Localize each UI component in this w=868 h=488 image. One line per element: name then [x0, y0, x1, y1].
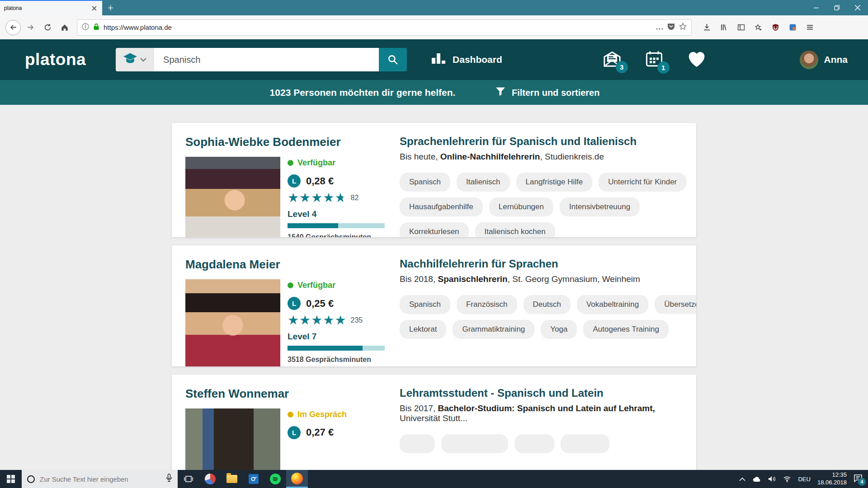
coin-icon: L — [288, 426, 301, 439]
new-tab-button[interactable] — [102, 0, 118, 15]
user-menu[interactable]: Anna — [800, 51, 848, 69]
star-icon: ★ — [311, 192, 323, 204]
tutor-name[interactable]: Steffen Wonnemar — [185, 387, 390, 401]
tray-chevron-up-icon[interactable] — [739, 477, 745, 481]
price-row: L 0,27 € — [288, 426, 347, 439]
tag-pill: Spanisch — [400, 295, 450, 314]
tutor-headline[interactable]: Lehramtsstudent - Spanisch und Latein — [400, 387, 683, 399]
rating-count: 235 — [351, 316, 363, 324]
price-value: 0,28 € — [306, 175, 334, 187]
page-actions-icon[interactable] — [656, 23, 663, 32]
filter-sort-button[interactable]: Filtern und sortieren — [495, 86, 599, 99]
action-center-button[interactable]: 4 — [854, 474, 863, 484]
site-header: platona Dashboard 3 — [0, 39, 868, 80]
minimize-button[interactable] — [806, 0, 826, 15]
tutor-photo[interactable] — [185, 157, 280, 237]
tutor-headline[interactable]: Nachhilfelehrerin für Sprachen — [400, 258, 696, 270]
firefox-icon — [291, 473, 303, 484]
status-indicator: Im Gespräch — [288, 410, 347, 419]
tutor-name[interactable]: Magdalena Meier — [185, 258, 390, 272]
tutor-photo[interactable] — [185, 279, 280, 366]
ublock-icon[interactable] — [768, 20, 783, 35]
forward-button[interactable] — [23, 20, 38, 35]
task-view-button[interactable] — [178, 470, 199, 488]
search-group — [116, 48, 407, 71]
site-info-icon[interactable] — [82, 23, 89, 32]
reload-button[interactable] — [40, 20, 55, 35]
calendar-button[interactable]: 1 — [645, 50, 663, 69]
user-name: Anna — [824, 54, 848, 65]
restore-button[interactable] — [826, 0, 847, 15]
back-button[interactable] — [5, 20, 21, 35]
tag-pill: Intensivbetreuung — [560, 197, 640, 216]
url-bar[interactable]: https://www.platona.de — [77, 19, 692, 36]
messages-button[interactable]: 3 — [603, 51, 622, 69]
tag-pill — [441, 434, 508, 453]
star-icon: ★ — [299, 192, 311, 204]
tag-pill: Italienisch — [457, 173, 510, 192]
tag-pill: Französisch — [457, 295, 517, 314]
windows-taskbar: DEU 12:35 18.06.2018 4 — [0, 470, 868, 488]
star-icon: ★ — [288, 314, 299, 327]
start-button[interactable] — [0, 470, 22, 488]
screenshot-star-icon[interactable] — [750, 20, 766, 35]
taskbar-clock[interactable]: 12:35 18.06.2018 — [817, 471, 847, 487]
downloads-icon[interactable] — [699, 20, 714, 35]
tag-pill: Grammatiktraining — [453, 320, 534, 339]
graduation-cap-icon — [123, 53, 137, 66]
browser-tab[interactable]: platona — [0, 0, 102, 15]
microphone-icon[interactable] — [166, 474, 172, 484]
extension-icon[interactable] — [785, 20, 800, 35]
tag-pill: Langfristige Hilfe — [516, 173, 593, 192]
tag-pill: Hausaufgabenhilfe — [400, 197, 483, 216]
close-button[interactable] — [847, 0, 868, 15]
home-button[interactable] — [57, 20, 72, 35]
tag-pill — [514, 434, 554, 453]
tag-pill: Yoga — [541, 320, 577, 339]
taskbar-app-spotify[interactable] — [264, 470, 286, 488]
level-label: Level 7 — [288, 332, 385, 342]
menu-hamburger-icon[interactable] — [802, 20, 817, 35]
tag-pill: Übersetzen — [655, 295, 696, 314]
status-label: Im Gespräch — [297, 410, 347, 419]
volume-icon[interactable] — [768, 476, 776, 482]
star-icon: ★ — [311, 314, 323, 327]
onedrive-cloud-icon[interactable] — [752, 476, 761, 482]
price-value: 0,27 € — [306, 427, 334, 438]
sidebar-icon[interactable] — [733, 20, 749, 35]
search-input[interactable] — [154, 48, 379, 71]
search-category-dropdown[interactable] — [116, 48, 154, 71]
status-dot-icon — [288, 282, 293, 288]
rating-row: ★★★★★ 235 — [288, 314, 385, 327]
browser-navbar: https://www.platona.de — [0, 15, 868, 39]
results-count-text: 1023 Personen möchten dir gerne helfen. — [270, 87, 456, 98]
tutor-headline[interactable]: Sprachenlehrerin für Spanisch und Italie… — [400, 135, 686, 148]
favorites-heart-button[interactable] — [687, 50, 707, 70]
taskbar-search-input[interactable] — [40, 475, 161, 483]
dashboard-label: Dashboard — [453, 54, 502, 65]
tutor-name[interactable]: Sophia-Wiebke Bodenmeier — [185, 135, 390, 149]
minutes-total: 3518 Gesprächsminuten — [288, 356, 385, 364]
price-row: L 0,25 € — [288, 297, 385, 310]
coin-icon: L — [288, 174, 301, 188]
pocket-icon[interactable] — [667, 23, 675, 32]
taskbar-app-snip[interactable] — [199, 470, 221, 488]
taskbar-search[interactable] — [22, 470, 178, 488]
taskbar-app-firefox[interactable] — [286, 470, 308, 488]
language-indicator[interactable]: DEU — [798, 476, 810, 483]
wifi-icon[interactable] — [783, 476, 791, 482]
bar-chart-icon — [432, 52, 446, 67]
library-icon[interactable] — [716, 20, 731, 35]
site-logo[interactable]: platona — [25, 50, 86, 69]
dashboard-link[interactable]: Dashboard — [432, 52, 502, 67]
bookmark-star-icon[interactable] — [679, 23, 687, 32]
clock-date: 18.06.2018 — [817, 479, 847, 487]
lock-icon[interactable] — [93, 23, 99, 32]
star-icon: ★ — [323, 192, 335, 204]
tag-pill — [561, 434, 609, 453]
taskbar-app-outlook[interactable] — [243, 470, 264, 488]
search-button[interactable] — [379, 48, 407, 71]
messages-badge: 3 — [616, 61, 628, 73]
tab-close-icon[interactable] — [90, 4, 98, 12]
taskbar-app-explorer[interactable] — [221, 470, 243, 488]
